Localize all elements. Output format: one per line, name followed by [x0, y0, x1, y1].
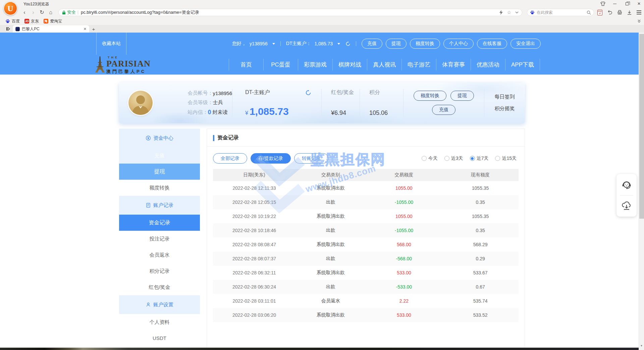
bookmark-item-3[interactable]: 淘爱淘宝: [44, 18, 62, 24]
range-radio[interactable]: [444, 156, 449, 161]
topbar-button-1[interactable]: 充值: [362, 39, 382, 49]
topbar-button-2[interactable]: 提现: [386, 39, 407, 49]
range-option-4[interactable]: 近15天: [495, 156, 517, 162]
sidebar-item-10[interactable]: 红包/奖金: [119, 279, 200, 295]
range-option-2[interactable]: 近3天: [444, 156, 463, 162]
browser-tab[interactable]: 巴黎人PC ✕: [13, 25, 89, 33]
range-radio[interactable]: [422, 156, 427, 161]
sidebar-section-1[interactable]: 资金中心: [119, 129, 200, 147]
filter-tab-2[interactable]: 存/提款记录: [251, 153, 291, 164]
sidebar-section-11[interactable]: 账户设置: [119, 295, 200, 314]
sidebar-item-9[interactable]: 积分记录: [119, 263, 200, 279]
sidebar-item-2[interactable]: 充值: [119, 147, 200, 164]
collapse-chevrons-icon[interactable]: [638, 19, 641, 23]
nav-item-4[interactable]: 棋牌对战: [332, 59, 367, 71]
sidebar-item-3[interactable]: 提现: [119, 164, 200, 180]
nav-item-7[interactable]: 体育赛事: [436, 59, 471, 71]
unread-mail-count[interactable]: 0: [208, 109, 211, 116]
range-radio[interactable]: [470, 156, 475, 161]
undo-icon[interactable]: [607, 10, 612, 15]
bookmark-item-2[interactable]: JD京东: [24, 18, 39, 24]
close-button[interactable]: ✕: [636, 1, 642, 6]
site-logo[interactable]: THE PARISIAN 澳門巴黎人PC: [95, 56, 151, 74]
restore-button[interactable]: [624, 2, 630, 5]
range-option-1[interactable]: 今天: [422, 156, 438, 162]
minimize-button[interactable]: [612, 4, 618, 4]
column-header-1: 日期(美东): [213, 172, 296, 178]
sidebar-item-8[interactable]: 会员返水: [119, 247, 200, 263]
topbar-button-4[interactable]: 个人中心: [443, 39, 474, 49]
customer-service-icon[interactable]: [621, 179, 632, 191]
sidebar-section-5[interactable]: 账户记录: [119, 196, 200, 215]
range-radio[interactable]: [495, 156, 500, 161]
nav-item-9[interactable]: APP下载: [505, 59, 540, 71]
jd-badge-icon: JD: [24, 19, 29, 24]
cell-date: 2022-02-28 06:30:24: [213, 284, 296, 290]
back-icon[interactable]: ‹: [20, 10, 29, 15]
address-bar[interactable]: 安全 pc.blryl6.com/#/personal/accountLog?t…: [58, 9, 522, 16]
card-link-2[interactable]: 积分摇奖: [495, 105, 515, 112]
tab-close-icon[interactable]: ✕: [84, 27, 87, 31]
download-icon[interactable]: [627, 10, 632, 15]
wallet-caret-icon[interactable]: [337, 43, 340, 45]
widget-divider: [620, 195, 633, 195]
range-option-3[interactable]: 近7天: [470, 156, 489, 162]
username[interactable]: y138956: [250, 41, 268, 46]
forward-icon[interactable]: ›: [29, 10, 38, 15]
search-box[interactable]: 在此搜索: [527, 9, 594, 16]
username-caret-icon[interactable]: [272, 43, 275, 45]
main-wallet-label: DT-主账户: [245, 89, 270, 96]
cell-date: 2022-02-28 03:11:01: [213, 298, 296, 304]
address-dropdown-icon[interactable]: [515, 11, 519, 13]
nav-item-8[interactable]: 优惠活动: [471, 59, 505, 71]
filter-tab-1[interactable]: 全部记录: [213, 153, 247, 164]
cell-type: 系统取消出款: [296, 312, 366, 318]
nav-item-2[interactable]: PC蛋蛋: [263, 59, 298, 71]
topbar-button-5[interactable]: 在线客服: [477, 39, 507, 49]
bookmark-item-1[interactable]: 百度: [5, 18, 20, 24]
nav-item-6[interactable]: 电子游艺: [401, 59, 436, 71]
favorite-site-link[interactable]: 收藏本站: [96, 33, 126, 55]
theme-shirt-icon[interactable]: [600, 1, 606, 6]
scrollbar-thumb[interactable]: [639, 34, 644, 219]
avatar[interactable]: [128, 91, 153, 115]
tab-favicon: [15, 27, 20, 31]
sidebar-toggle-icon[interactable]: [4, 25, 13, 33]
url-text[interactable]: pc.blryl6.com/#/personal/accountLog?tag=…: [81, 9, 499, 15]
new-tab-button[interactable]: +: [89, 25, 98, 33]
withdraw-button[interactable]: 提现: [450, 91, 474, 101]
profile-info-row-2: 会员等级：士兵: [187, 99, 232, 106]
cleaner-brush-icon[interactable]: [617, 10, 622, 15]
bottom-strip: [0, 348, 639, 350]
card-link-1[interactable]: 每日签到: [495, 94, 515, 100]
deposit-button[interactable]: 充值: [432, 105, 455, 115]
sidebar-item-6[interactable]: 资金记录: [119, 215, 200, 231]
page-scrollbar[interactable]: ▼: [639, 33, 644, 350]
sidebar-item-13[interactable]: USDT: [119, 330, 200, 346]
lightning-icon[interactable]: [499, 10, 503, 15]
sidebar-item-4[interactable]: 额度转换: [119, 180, 200, 196]
sidebar-item-12[interactable]: 个人资料: [119, 314, 200, 330]
transfer-button[interactable]: 额度转换: [414, 91, 446, 101]
filter-tab-3[interactable]: 转账记录: [294, 153, 328, 164]
pdf-tool-icon[interactable]: PDF⇄: [597, 10, 602, 15]
home-icon[interactable]: ⌂: [46, 10, 55, 15]
refresh-icon[interactable]: ↻: [38, 10, 46, 15]
baidu-paw-icon: [5, 19, 10, 24]
cloud-download-icon[interactable]: [621, 200, 632, 211]
sidebar-item-7[interactable]: 投注记录: [119, 231, 200, 247]
nav-item-3[interactable]: 彩票游戏: [298, 59, 332, 71]
topbar-refresh-icon[interactable]: [345, 41, 351, 46]
nav-item-1[interactable]: 首页: [229, 59, 263, 71]
search-magnifier-icon[interactable]: [587, 10, 591, 15]
cell-date: 2022-02-28 10:18:46: [213, 228, 296, 233]
scrollbar-down-arrow[interactable]: ▼: [639, 344, 644, 347]
wallet-balance[interactable]: 1,085.73: [315, 41, 333, 46]
bonus-label: 红包/奖金: [331, 89, 356, 96]
topbar-button-3[interactable]: 额度转换: [410, 39, 440, 49]
bookmark-star-icon[interactable]: ☆: [507, 10, 511, 15]
wallet-refresh-icon[interactable]: [305, 90, 311, 96]
menu-icon[interactable]: [637, 10, 641, 14]
nav-item-5[interactable]: 真人视讯: [367, 59, 401, 71]
topbar-button-6[interactable]: 安全退出: [511, 39, 541, 49]
